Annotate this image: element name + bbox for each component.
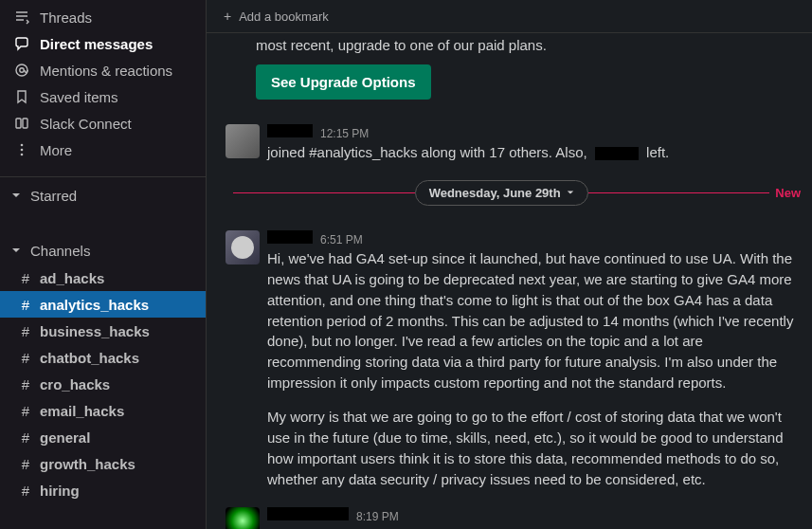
nav-label: Saved items: [40, 89, 118, 105]
hash-icon: #: [19, 376, 32, 392]
svg-point-5: [21, 149, 24, 152]
bookmark-icon: [13, 88, 30, 105]
nav-label: Direct messages: [40, 36, 153, 52]
divider-line: [233, 192, 415, 193]
divider-line: [588, 192, 770, 193]
main-area: + Add a bookmark most recent, upgrade to…: [207, 0, 812, 529]
channel-name: chatbot_hacks: [40, 350, 139, 366]
sidebar: Threads Direct messages Mentions & react…: [0, 0, 207, 529]
message-time: 6:51 PM: [320, 233, 363, 246]
svg-point-1: [20, 68, 24, 72]
hash-icon: #: [19, 297, 32, 313]
section-label: Channels: [30, 243, 90, 259]
channel-item-analytics_hacks[interactable]: #analytics_hacks: [0, 291, 206, 318]
hash-icon: #: [19, 456, 32, 472]
username-redacted: [595, 147, 639, 160]
channel-name: general: [40, 429, 90, 446]
hash-icon: #: [19, 270, 32, 286]
avatar[interactable]: [226, 124, 260, 158]
svg-point-0: [16, 64, 27, 76]
svg-point-6: [21, 154, 24, 156]
svg-rect-2: [16, 119, 21, 128]
threads-icon: [13, 9, 30, 26]
channel-item-chatbot_hacks[interactable]: #chatbot_hacks: [0, 344, 206, 371]
channel-name: email_hacks: [40, 403, 124, 419]
channel-name: hiring: [40, 483, 80, 499]
channel-item-email_hacks[interactable]: #email_hacks: [0, 397, 206, 424]
hash-icon: #: [19, 429, 32, 446]
channel-item-ad_hacks[interactable]: #ad_hacks: [0, 264, 206, 291]
nav-item-mentions[interactable]: Mentions & reactions: [0, 57, 206, 83]
plus-icon: +: [224, 9, 231, 24]
nav-item-saved[interactable]: Saved items: [0, 83, 206, 110]
channel-name: cro_hacks: [40, 376, 110, 392]
channel-name: analytics_hacks: [40, 297, 149, 313]
system-message: 8:19 PM joined #analytics_hacks along wi…: [222, 500, 812, 529]
message-text: Hi, we've had GA4 set-up since it launch…: [267, 248, 801, 490]
dm-icon: [13, 35, 30, 52]
message-text: joined #analytics_hacks along with 7 oth…: [267, 525, 801, 529]
user-message: 6:51 PM Hi, we've had GA4 set-up since i…: [222, 223, 812, 498]
date-label: Wednesday, June 29th: [429, 186, 561, 200]
system-message: 12:15 PM joined #analytics_hacks along w…: [222, 117, 812, 171]
section-label: Starred: [30, 188, 77, 204]
channel-name: business_hacks: [40, 323, 150, 339]
chevron-down-icon: [567, 189, 574, 196]
caret-down-icon: [11, 191, 27, 200]
section-channels[interactable]: Channels: [0, 236, 206, 264]
connect-icon: [13, 115, 30, 132]
message-time: 12:15 PM: [320, 127, 369, 140]
more-icon: [13, 141, 30, 158]
channel-item-hiring[interactable]: #hiring: [0, 477, 206, 503]
hash-icon: #: [19, 323, 32, 339]
nav-item-more[interactable]: More: [0, 137, 206, 163]
caret-down-icon: [11, 246, 27, 255]
upgrade-button[interactable]: See Upgrade Options: [256, 64, 431, 100]
channel-item-business_hacks[interactable]: #business_hacks: [0, 318, 206, 344]
date-pill[interactable]: Wednesday, June 29th: [415, 180, 588, 206]
avatar[interactable]: [226, 507, 260, 529]
nav-label: Threads: [40, 9, 92, 26]
hash-icon: #: [19, 483, 32, 499]
nav-item-connect[interactable]: Slack Connect: [0, 110, 206, 137]
nav-item-dm[interactable]: Direct messages: [0, 30, 206, 57]
username-redacted: [267, 124, 313, 137]
divider: [0, 176, 206, 177]
channel-item-growth_hacks[interactable]: #growth_hacks: [0, 450, 206, 477]
section-starred[interactable]: Starred: [0, 181, 206, 210]
username-redacted: [267, 230, 313, 244]
nav-section: Threads Direct messages Mentions & react…: [0, 0, 206, 173]
bookmark-bar: + Add a bookmark: [207, 0, 812, 33]
hash-icon: #: [19, 403, 32, 419]
channel-name: ad_hacks: [40, 270, 104, 286]
channel-name: growth_hacks: [40, 456, 135, 472]
nav-item-threads[interactable]: Threads: [0, 4, 206, 30]
hash-icon: #: [19, 350, 32, 366]
channel-item-cro_hacks[interactable]: #cro_hacks: [0, 371, 206, 397]
svg-point-4: [21, 144, 24, 147]
add-bookmark-button[interactable]: Add a bookmark: [239, 9, 329, 24]
svg-rect-3: [23, 119, 27, 128]
avatar[interactable]: [226, 230, 260, 264]
nav-label: Slack Connect: [40, 116, 132, 132]
date-divider: Wednesday, June 29th New: [222, 180, 812, 206]
username-redacted: [267, 507, 349, 520]
new-label: New: [775, 186, 801, 200]
channel-list: #ad_hacks#analytics_hacks#business_hacks…: [0, 264, 206, 503]
upgrade-banner-text: most recent, upgrade to one of our paid …: [222, 33, 812, 64]
nav-label: More: [40, 142, 72, 158]
mentions-icon: [13, 62, 30, 79]
message-text: joined #analytics_hacks along with 17 ot…: [267, 142, 801, 163]
message-pane: most recent, upgrade to one of our paid …: [207, 33, 812, 529]
nav-label: Mentions & reactions: [40, 63, 172, 79]
channel-item-general[interactable]: #general: [0, 424, 206, 450]
message-time: 8:19 PM: [356, 510, 399, 523]
